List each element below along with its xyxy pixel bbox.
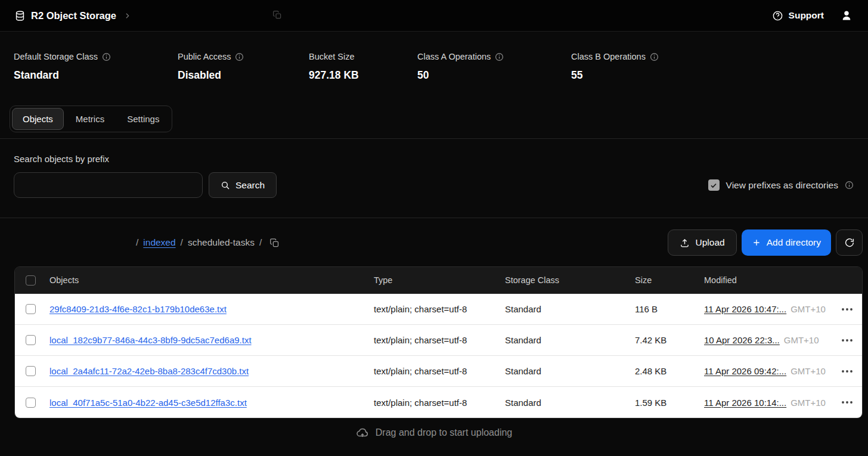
stat-label: Public Access [178,52,231,61]
bucket-stats: Default Storage Class Standard Public Ac… [0,32,868,100]
chevron-right-icon [123,12,131,20]
tab-bar-section: Objects Metrics Settings [0,100,868,139]
object-modified[interactable]: 10 Apr 2026 22:3... [704,335,780,345]
breadcrumb-slash: / [181,237,183,248]
refresh-icon [844,237,855,248]
table-row: local_40f71a5c-51a0-4b22-ad45-c3e5d12ffa… [15,387,862,418]
stat-label: Class B Operations [571,52,646,61]
info-icon[interactable] [102,52,111,61]
view-prefixes-label: View prefixes as directories [726,180,838,191]
stat-class-a-operations: Class A Operations 50 [417,52,571,82]
plus-icon [752,238,761,247]
breadcrumb-current: scheduled-tasks [188,237,255,248]
table-header-row: Objects Type Storage Class Size Modified [15,267,862,294]
stat-class-b-operations: Class B Operations 55 [571,52,659,82]
support-label: Support [789,10,824,21]
row-checkbox[interactable] [26,335,36,345]
refresh-button[interactable] [836,229,863,256]
object-timezone: GMT+10 [784,335,819,345]
drag-drop-label: Drag and drop to start uploading [376,427,512,438]
row-checkbox[interactable] [26,366,36,376]
stat-value: Standard [14,69,178,82]
tab-metrics[interactable]: Metrics [65,108,115,130]
select-all-checkbox[interactable] [26,275,36,286]
page-title[interactable]: R2 Object Storage [31,10,116,21]
path-toolbar: / indexed / scheduled-tasks / Upload [0,218,868,265]
search-label: Search objects by prefix [14,154,854,164]
breadcrumb-link-indexed[interactable]: indexed [143,237,175,248]
row-actions-button[interactable] [832,370,862,373]
object-size: 116 B [631,304,700,314]
object-type: text/plain; charset=utf-8 [370,366,501,376]
row-checkbox[interactable] [26,304,36,314]
stat-value: 927.18 KB [309,69,417,82]
object-name-link[interactable]: local_40f71a5c-51a0-4b22-ad45-c3e5d12ffa… [49,398,247,408]
column-header-objects: Objects [46,275,370,285]
object-storage-class: Standard [501,335,631,345]
drag-drop-zone[interactable]: Drag and drop to start uploading [0,426,868,439]
stat-label: Bucket Size [309,52,355,61]
row-actions-button[interactable] [832,339,862,342]
object-storage-class: Standard [501,398,631,408]
object-name-link[interactable]: local_182c9b77-846a-44c3-8bf9-9dc5ac7ed6… [49,335,252,345]
view-prefixes-checkbox[interactable] [708,179,720,191]
object-size: 2.48 KB [631,366,700,376]
breadcrumb-slash: / [259,237,262,248]
stat-default-storage-class: Default Storage Class Standard [14,52,178,82]
tab-bar: Objects Metrics Settings [10,106,172,132]
table-row: local_182c9b77-846a-44c3-8bf9-9dc5ac7ed6… [15,325,862,356]
table-row: local_2a4afc11-72a2-42eb-8ba8-283c4f7cd3… [15,356,862,387]
info-icon[interactable] [495,52,504,61]
copy-path-icon[interactable] [269,238,280,248]
object-table: Objects Type Storage Class Size Modified… [14,266,863,418]
user-avatar-icon[interactable] [841,10,852,21]
breadcrumb-slash: / [136,237,138,248]
object-modified[interactable]: 11 Apr 2026 10:14:... [704,398,786,408]
info-icon[interactable] [845,181,854,190]
object-timezone: GMT+10 [790,366,826,376]
object-size: 7.42 KB [631,335,700,345]
info-icon[interactable] [650,52,659,61]
object-timezone: GMT+10 [790,304,826,314]
column-header-size: Size [631,275,700,285]
column-header-modified: Modified [700,275,832,285]
cloud-upload-icon [356,426,369,439]
support-link[interactable]: Support [772,10,824,21]
row-checkbox[interactable] [26,398,36,408]
object-modified[interactable]: 11 Apr 2026 10:47:... [704,304,786,314]
view-prefixes-toggle: View prefixes as directories [708,179,854,191]
stat-label: Default Storage Class [14,52,98,61]
object-timezone: GMT+10 [790,398,826,408]
object-storage-class: Standard [501,366,631,376]
upload-button[interactable]: Upload [668,229,737,256]
tab-objects[interactable]: Objects [12,108,64,130]
object-storage-class: Standard [501,304,631,314]
search-section: Search objects by prefix Search View pre… [0,139,868,218]
add-directory-button-label: Add directory [767,237,821,248]
object-name-link[interactable]: local_2a4afc11-72a2-42eb-8ba8-283c4f7cd3… [49,366,249,376]
object-modified[interactable]: 11 Apr 2026 09:42:... [704,366,786,376]
info-icon[interactable] [235,52,244,61]
object-name-link[interactable]: 29fc8409-21d3-4f6e-82c1-b179b10de63e.txt [49,304,227,314]
row-actions-button[interactable] [832,401,862,404]
add-directory-button[interactable]: Add directory [742,229,831,256]
stat-value: 50 [417,69,571,82]
top-nav: R2 Object Storage Support [0,0,868,32]
object-type: text/plain; charset=utf-8 [370,304,501,314]
column-header-type: Type [370,275,501,285]
tab-settings[interactable]: Settings [116,108,170,130]
object-type: text/plain; charset=utf-8 [370,335,501,345]
row-actions-button[interactable] [832,308,862,311]
table-row: 29fc8409-21d3-4f6e-82c1-b179b10de63e.txt… [15,294,862,325]
search-input[interactable] [14,172,203,198]
stat-bucket-size: Bucket Size 927.18 KB [309,52,417,82]
object-size: 1.59 KB [631,398,700,408]
stat-label: Class A Operations [417,52,491,61]
help-icon [772,10,783,21]
stat-value: 55 [571,69,659,82]
object-type: text/plain; charset=utf-8 [370,398,501,408]
copy-bucket-icon[interactable] [272,10,282,20]
search-button[interactable]: Search [209,172,277,198]
upload-button-label: Upload [696,237,725,248]
stat-value: Disabled [178,69,309,82]
